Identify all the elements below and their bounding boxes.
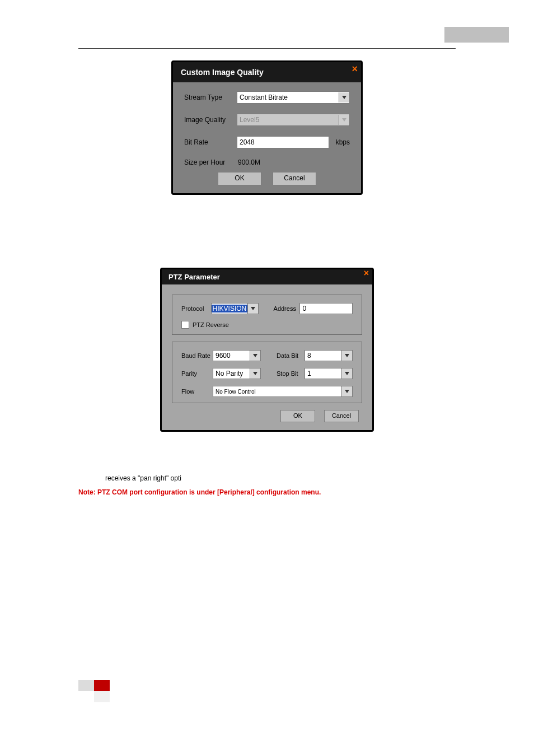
databit-label: Data Bit <box>277 352 305 359</box>
note-text: Note: PTZ COM port configuration is unde… <box>78 487 456 498</box>
stopbit-select[interactable]: 1 <box>305 368 353 379</box>
databit-value: 8 <box>305 352 341 360</box>
bit-rate-label: Bit Rate <box>184 138 237 146</box>
image-quality-label: Image Quality <box>184 116 237 124</box>
ptz-titlebar: PTZ Parameter × <box>162 269 372 284</box>
ptz-row-protocol: Protocol HIKVISION Address 0 <box>181 303 353 314</box>
flow-label: Flow <box>181 388 213 395</box>
header-gray-block <box>444 27 509 43</box>
protocol-label: Protocol <box>181 305 211 312</box>
stopbit-value: 1 <box>305 370 341 377</box>
ptz-reverse-row: PTZ Reverse <box>181 321 353 329</box>
ciq-dialog-wrap: Custom Image Quality × Stream Type Const… <box>78 60 456 195</box>
ptz-title: PTZ Parameter <box>168 273 220 281</box>
size-label: Size per Hour <box>184 158 237 166</box>
bit-rate-value: 2048 <box>240 138 255 146</box>
ptz-body: Protocol HIKVISION Address 0 <box>162 284 372 430</box>
flow-value: No Flow Control <box>213 389 341 395</box>
ok-button[interactable]: OK <box>218 172 261 185</box>
chevron-down-icon[interactable] <box>339 92 349 102</box>
footer-block-gray <box>78 680 94 691</box>
ptz-dialog: PTZ Parameter × Protocol HIKVISION Addre… <box>160 268 374 432</box>
chevron-down-icon[interactable] <box>250 351 260 361</box>
stream-type-label: Stream Type <box>184 94 237 101</box>
protocol-value: HIKVISION <box>212 305 248 312</box>
ciq-row-size: Size per Hour 900.0M <box>184 158 350 166</box>
baud-label: Baud Rate <box>181 352 213 359</box>
baud-value: 9600 <box>213 352 250 360</box>
image-quality-value: Level5 <box>237 116 339 124</box>
stream-type-value: Constant Bitrate <box>237 94 339 101</box>
ok-button[interactable]: OK <box>280 410 315 422</box>
ciq-row-bit-rate: Bit Rate 2048 kbps <box>184 136 350 148</box>
footer-block-red <box>94 680 110 691</box>
address-value: 0 <box>302 305 306 312</box>
close-icon[interactable]: × <box>352 63 358 75</box>
ptz-row-baud: Baud Rate 9600 Data Bit 8 <box>181 350 353 361</box>
ptz-reverse-label: PTZ Reverse <box>193 321 229 328</box>
databit-select[interactable]: 8 <box>305 350 353 361</box>
stream-type-select[interactable]: Constant Bitrate <box>237 91 350 104</box>
image-quality-select: Level5 <box>237 114 350 126</box>
footer-color-blocks <box>78 680 110 702</box>
ptz-row-parity: Parity No Parity Stop Bit 1 <box>181 368 353 379</box>
ptz-row-flow: Flow No Flow Control <box>181 386 353 397</box>
chevron-down-icon[interactable] <box>341 351 352 361</box>
ciq-row-stream-type: Stream Type Constant Bitrate <box>184 91 350 104</box>
address-input[interactable]: 0 <box>299 303 353 314</box>
ciq-title: Custom Image Quality <box>181 68 264 77</box>
ciq-body: Stream Type Constant Bitrate Image Quali… <box>173 82 361 193</box>
flow-select[interactable]: No Flow Control <box>213 386 353 397</box>
ptz-panel-bottom: Baud Rate 9600 Data Bit 8 <box>172 342 362 403</box>
address-label: Address <box>274 305 300 312</box>
bit-rate-input[interactable]: 2048 <box>237 136 329 148</box>
close-icon[interactable]: × <box>364 268 369 278</box>
parity-select[interactable]: No Parity <box>213 368 261 379</box>
footer-block-empty <box>78 691 94 702</box>
ciq-buttons: OK Cancel <box>184 172 350 185</box>
ptz-panel-top: Protocol HIKVISION Address 0 <box>172 295 362 335</box>
bit-rate-unit: kbps <box>336 138 350 146</box>
ciq-row-image-quality: Image Quality Level5 <box>184 114 350 126</box>
ptz-buttons: OK Cancel <box>172 410 362 422</box>
receives-text: receives a "pan right" opti <box>105 473 456 484</box>
chevron-down-icon[interactable] <box>341 368 352 379</box>
protocol-select[interactable]: HIKVISION <box>211 303 259 314</box>
chevron-down-icon[interactable] <box>250 368 260 379</box>
chevron-down-icon[interactable] <box>247 304 258 314</box>
cancel-button[interactable]: Cancel <box>273 172 316 185</box>
stopbit-label: Stop Bit <box>277 370 305 377</box>
header-rule <box>78 48 456 49</box>
ciq-titlebar: Custom Image Quality × <box>173 62 361 82</box>
chevron-down-icon[interactable] <box>341 386 352 396</box>
cancel-button[interactable]: Cancel <box>324 410 359 422</box>
size-value: 900.0M <box>237 158 260 166</box>
parity-value: No Parity <box>213 370 250 377</box>
chevron-down-icon <box>339 115 349 125</box>
ptz-dialog-wrap: PTZ Parameter × Protocol HIKVISION Addre… <box>78 268 456 432</box>
ciq-dialog: Custom Image Quality × Stream Type Const… <box>171 60 363 195</box>
footer-block-lightgray <box>94 691 110 702</box>
parity-label: Parity <box>181 370 213 377</box>
baud-select[interactable]: 9600 <box>213 350 261 361</box>
ptz-reverse-checkbox[interactable] <box>181 321 189 329</box>
